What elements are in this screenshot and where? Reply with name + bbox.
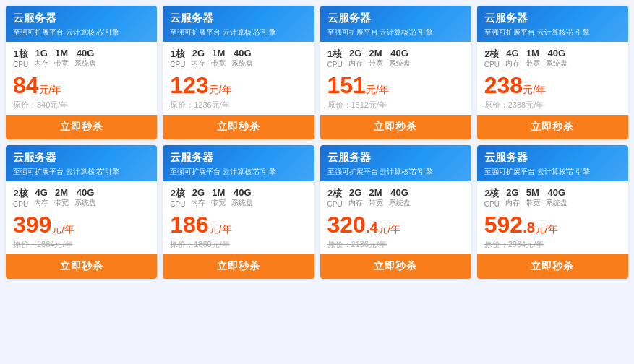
card-5-spec-label-3: 系统盘 (74, 198, 96, 208)
card-3-price: 151元/年原价：1512元/年 (327, 73, 464, 110)
card-1-price-main: 84元/年 (13, 72, 61, 98)
card-2-spec-value-2: 1M (212, 48, 225, 58)
card-8-spec-value-3: 40G (548, 187, 566, 198)
card-1-original-price: 原价：840元/年 (13, 100, 150, 110)
card-3-price-int: 151 (327, 72, 366, 98)
card-8-spec-0: 2核CPU (484, 187, 500, 208)
card-1-btn[interactable]: 立即秒杀 (6, 115, 157, 139)
card-3-spec-value-0: 1核 (327, 48, 342, 61)
card-8-btn[interactable]: 立即秒杀 (477, 254, 628, 279)
card-7-title: 云服务器 (327, 151, 464, 165)
card-5-spec-label-1: 内存 (34, 198, 48, 208)
card-3-spec-label-3: 系统盘 (389, 58, 411, 69)
card-2-spec-label-2: 带宽 (211, 58, 226, 69)
card-4-spec-1: 4G内存 (505, 48, 520, 69)
card-1-title: 云服务器 (13, 12, 150, 25)
card-4-header: 云服务器至强可扩展平台 云计算核'芯'引擎 (477, 6, 628, 42)
card-5-price-main: 399元/年 (13, 212, 74, 238)
card-3-btn[interactable]: 立即秒杀 (320, 115, 471, 139)
card-1-spec-1: 1G内存 (34, 48, 48, 69)
card-5-spec-value-3: 40G (77, 187, 95, 198)
card-8-header: 云服务器至强可扩展平台 云计算核'芯'引擎 (477, 145, 628, 181)
card-8-spec-value-0: 2核 (484, 187, 499, 200)
card-3-price-main: 151元/年 (327, 72, 389, 98)
card-5-spec-3: 40G系统盘 (74, 187, 96, 208)
card-7-spec-label-1: 内存 (348, 198, 363, 208)
card-1-subtitle: 至强可扩展平台 云计算核'芯'引擎 (13, 27, 150, 38)
card-1-spec-label-3: 系统盘 (74, 58, 96, 69)
card-4-price-unit: 元/年 (523, 84, 546, 95)
card-7-btn[interactable]: 立即秒杀 (320, 254, 471, 279)
card-2-body: 1核CPU2G内存1M带宽40G系统盘123元/年原价：1236元/年 (163, 42, 314, 115)
card-6-spec-label-1: 内存 (191, 198, 205, 208)
card-2-spec-label-1: 内存 (191, 58, 205, 69)
card-2-specs: 1核CPU2G内存1M带宽40G系统盘 (170, 48, 307, 69)
card-1-price-unit: 元/年 (39, 84, 62, 95)
card-8-original-price: 原价：2964元/年 (484, 239, 621, 250)
card-3-spec-2: 2M带宽 (369, 48, 383, 69)
card-2-spec-2: 1M带宽 (211, 48, 226, 69)
card-1-price: 84元/年原价：840元/年 (13, 73, 150, 110)
card-1-price-int: 84 (13, 72, 39, 98)
card-8-title: 云服务器 (484, 151, 621, 165)
card-6-body: 2核CPU2G内存1M带宽40G系统盘186元/年原价：1860元/年 (163, 181, 314, 254)
card-5-original-price: 原价：2664元/年 (13, 239, 150, 250)
card-4-btn[interactable]: 立即秒杀 (477, 115, 628, 139)
card-6-price: 186元/年原价：1860元/年 (170, 212, 307, 250)
card-1-header: 云服务器至强可扩展平台 云计算核'芯'引擎 (6, 6, 157, 42)
card-3-spec-value-1: 2G (349, 48, 361, 58)
card-6-price-unit: 元/年 (209, 223, 232, 235)
card-2-price: 123元/年原价：1236元/年 (170, 73, 307, 110)
card-5-price-unit: 元/年 (51, 223, 74, 235)
card-1-spec-label-0: CPU (13, 61, 28, 69)
card-5-spec-0: 2核CPU (13, 187, 28, 208)
card-6-subtitle: 至强可扩展平台 云计算核'芯'引擎 (170, 167, 307, 177)
card-2-spec-value-1: 2G (192, 48, 205, 58)
card-8-spec-3: 40G系统盘 (546, 187, 567, 208)
card-8: 云服务器至强可扩展平台 云计算核'芯'引擎2核CPU2G内存5M带宽40G系统盘… (477, 145, 628, 279)
card-8-spec-label-2: 带宽 (526, 198, 540, 208)
card-4-specs: 2核CPU4G内存1M带宽40G系统盘 (484, 48, 621, 69)
card-7-price: 320.4元/年原价：2136元/年 (327, 212, 464, 250)
card-5-spec-1: 4G内存 (34, 187, 48, 208)
card-6-original-price: 原价：1860元/年 (170, 239, 307, 250)
card-5-header: 云服务器至强可扩展平台 云计算核'芯'引擎 (6, 145, 157, 181)
card-4-spec-label-1: 内存 (505, 58, 520, 69)
card-5-btn[interactable]: 立即秒杀 (6, 254, 157, 279)
card-4-original-price: 原价：2388元/年 (484, 100, 621, 110)
card-5: 云服务器至强可扩展平台 云计算核'芯'引擎2核CPU4G内存2M带宽40G系统盘… (6, 145, 157, 279)
card-6-spec-label-0: CPU (170, 200, 185, 208)
card-2-price-int: 123 (170, 72, 208, 98)
card-5-price: 399元/年原价：2664元/年 (13, 212, 150, 250)
card-7-spec-label-0: CPU (327, 200, 343, 208)
card-1-spec-value-1: 1G (35, 48, 47, 58)
card-1-spec-value-3: 40G (77, 48, 95, 58)
card-8-spec-1: 2G内存 (505, 187, 520, 208)
card-6-spec-2: 1M带宽 (211, 187, 226, 208)
card-7-spec-label-3: 系统盘 (389, 198, 411, 208)
card-8-price-int: 592 (484, 212, 523, 238)
card-8-spec-value-2: 5M (526, 187, 539, 198)
card-7-spec-2: 2M带宽 (369, 187, 383, 208)
card-5-spec-label-2: 带宽 (54, 198, 69, 208)
card-6-btn[interactable]: 立即秒杀 (163, 254, 314, 279)
card-2-btn[interactable]: 立即秒杀 (163, 115, 314, 139)
card-7-subtitle: 至强可扩展平台 云计算核'芯'引擎 (327, 167, 464, 177)
card-7-spec-3: 40G系统盘 (389, 187, 411, 208)
card-1-spec-label-1: 内存 (34, 58, 48, 69)
card-1-spec-label-2: 带宽 (54, 58, 69, 69)
card-7-spec-value-2: 2M (369, 187, 382, 198)
card-5-spec-label-0: CPU (13, 200, 28, 208)
card-3-spec-1: 2G内存 (348, 48, 363, 69)
card-8-spec-label-0: CPU (484, 200, 500, 208)
card-8-subtitle: 至强可扩展平台 云计算核'芯'引擎 (484, 167, 621, 177)
card-4-title: 云服务器 (484, 12, 621, 25)
card-3-header: 云服务器至强可扩展平台 云计算核'芯'引擎 (320, 6, 471, 42)
card-6-spec-1: 2G内存 (191, 187, 205, 208)
card-4-body: 2核CPU4G内存1M带宽40G系统盘238元/年原价：2388元/年 (477, 42, 628, 115)
card-6-price-int: 186 (170, 212, 208, 238)
card-1-spec-value-2: 1M (55, 48, 68, 58)
card-6-spec-value-0: 2核 (171, 187, 185, 200)
card-1-specs: 1核CPU1G内存1M带宽40G系统盘 (13, 48, 150, 69)
card-6-title: 云服务器 (170, 151, 307, 165)
